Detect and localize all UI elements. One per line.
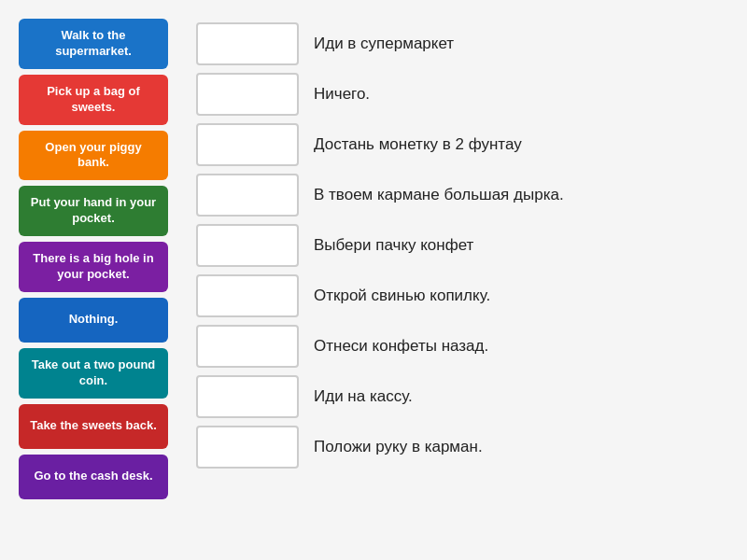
drop-box-m1[interactable]: [196, 22, 299, 65]
drop-box-m9[interactable]: [196, 426, 299, 469]
left-column: Walk to the supermarket.Pick up a bag of…: [19, 19, 168, 499]
action-btn-put-hand-pocket[interactable]: Put your hand in your pocket.: [19, 186, 168, 236]
action-btn-walk-supermarket[interactable]: Walk to the supermarket.: [19, 19, 168, 69]
drop-box-m2[interactable]: [196, 73, 299, 116]
match-row-m6: Открой свинью копилку.: [196, 274, 728, 317]
action-btn-take-out-coin[interactable]: Take out a two pound coin.: [19, 348, 168, 399]
action-btn-pick-bag-sweets[interactable]: Pick up a bag of sweets.: [19, 75, 168, 125]
match-row-m2: Ничего.: [196, 73, 728, 116]
match-label-m6: Открой свинью копилку.: [314, 287, 490, 305]
match-row-m9: Положи руку в карман.: [196, 426, 728, 469]
match-label-m2: Ничего.: [314, 85, 370, 104]
match-label-m8: Иди на кассу.: [314, 387, 413, 406]
match-row-m1: Иди в супермаркет: [196, 22, 728, 65]
match-label-m9: Положи руку в карман.: [314, 438, 483, 456]
drop-box-m6[interactable]: [196, 274, 299, 317]
right-column: Иди в супермаркетНичего.Достань монетку …: [196, 19, 728, 499]
match-row-m4: В твоем кармане большая дырка.: [196, 174, 728, 217]
drop-box-m4[interactable]: [196, 174, 299, 217]
drop-box-m5[interactable]: [196, 224, 299, 267]
drop-box-m3[interactable]: [196, 123, 299, 166]
action-btn-big-hole-pocket[interactable]: There is a big hole in your pocket.: [19, 242, 168, 292]
action-btn-nothing[interactable]: Nothing.: [19, 298, 168, 343]
drop-box-m8[interactable]: [196, 375, 299, 418]
match-row-m8: Иди на кассу.: [196, 375, 728, 418]
match-label-m7: Отнеси конфеты назад.: [314, 337, 488, 356]
action-btn-go-cash-desk[interactable]: Go to the cash desk.: [19, 455, 168, 499]
action-btn-take-sweets-back[interactable]: Take the sweets back.: [19, 404, 168, 449]
match-label-m4: В твоем кармане большая дырка.: [314, 186, 564, 204]
match-row-m7: Отнеси конфеты назад.: [196, 325, 728, 368]
drop-box-m7[interactable]: [196, 325, 299, 368]
match-row-m3: Достань монетку в 2 фунтау: [196, 123, 728, 166]
main-container: Walk to the supermarket.Pick up a bag of…: [19, 19, 728, 499]
match-label-m5: Выбери пачку конфет: [314, 236, 473, 255]
action-btn-open-piggy-bank[interactable]: Open your piggy bank.: [19, 131, 168, 181]
match-row-m5: Выбери пачку конфет: [196, 224, 728, 267]
match-label-m1: Иди в супермаркет: [314, 35, 454, 53]
match-label-m3: Достань монетку в 2 фунтау: [314, 135, 522, 154]
